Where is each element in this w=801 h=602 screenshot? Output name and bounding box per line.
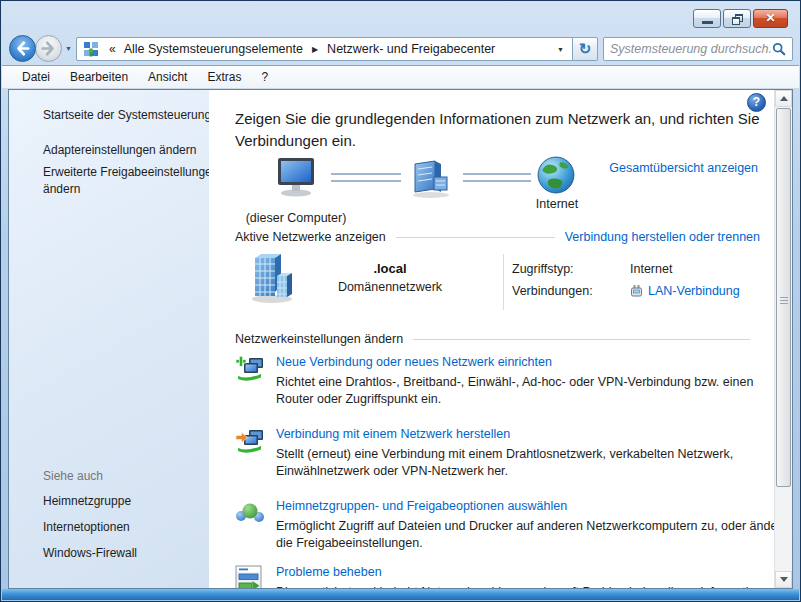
divider-line [413,339,750,340]
refresh-icon: ↻ [579,40,592,58]
new-connection-description: Richtet eine Drahtlos-, Breitband-, Einw… [276,374,774,408]
map-connection-line [463,173,531,182]
scrollbar-grip-icon [780,297,788,306]
close-icon: ✕ [765,10,775,27]
troubleshoot-link[interactable]: Probleme beheben [276,564,774,580]
window-controls: ✕ [693,9,788,28]
task-text: Heimnetzgruppen- und Freigabeoptionen au… [276,498,774,552]
divider-line [396,237,555,238]
sidebar: Startseite der Systemsteuerung Adapterei… [9,90,209,588]
connect-network-link[interactable]: Verbindung mit einem Netzwerk herstellen [276,426,774,442]
lan-connection-link[interactable]: LAN-Verbindung [648,284,740,298]
internet-globe-icon[interactable] [537,156,575,197]
network-map: (dieser Computer) Internet Gesamtübersic… [235,158,760,230]
sidebar-item-advanced-sharing-settings[interactable]: Erweiterte Freigabeeinstellungen ändern [43,164,219,198]
internet-label: Internet [518,197,596,211]
task-homegroup-options: Heimnetzgruppen- und Freigabeoptionen au… [235,498,760,552]
active-network-card: .local Domänennetzwerk Zugriffstyp: Inte… [235,252,760,314]
active-networks-header: Aktive Netzwerke anzeigen Verbindung her… [235,230,760,244]
minimize-icon [702,21,713,24]
network-settings-header: Netzwerkeinstellungen ändern [235,332,760,346]
access-type-label: Zugriffstyp: [512,262,630,276]
homegroup-options-description: Ermöglicht Zugriff auf Dateien und Druck… [276,518,774,552]
task-new-connection: Neue Verbindung oder neues Netzwerk einr… [235,354,760,408]
access-type-value: Internet [630,262,672,276]
this-computer-label: (dieser Computer) [221,211,371,225]
domain-network-icon[interactable] [249,252,295,307]
new-connection-icon[interactable] [235,354,269,408]
menu-bar: Datei Bearbeiten Ansicht Extras ? [2,65,799,89]
breadcrumb-separator-icon[interactable]: ▶ [306,45,324,54]
breadcrumb-item-control-panel[interactable]: Alle Systemsteuerungselemente [121,42,306,56]
page-title: Zeigen Sie die grundlegenden Information… [235,108,760,152]
restore-icon [732,14,743,23]
this-computer-icon[interactable] [275,158,319,201]
search-icon[interactable] [772,42,786,56]
menu-ansicht[interactable]: Ansicht [138,67,197,87]
help-icon: ? [753,95,760,109]
vertical-divider [503,254,504,310]
connect-disconnect-link[interactable]: Verbindung herstellen oder trennen [565,230,760,244]
task-text: Neue Verbindung oder neues Netzwerk einr… [276,354,774,408]
search-placeholder: Systemsteuerung durchsuch... [610,42,772,56]
network-settings-label: Netzwerkeinstellungen ändern [235,332,403,346]
network-type: Domänennetzwerk [305,278,475,296]
sidebar-item-homegroup[interactable]: Heimnetzgruppe [43,494,137,508]
forward-button[interactable] [35,35,62,62]
address-bar[interactable]: « Alle Systemsteuerungselemente ▶ Netzwe… [76,37,573,61]
title-bar[interactable]: ✕ [1,1,800,31]
network-name: .local [305,260,475,278]
network-details: Zugriffstyp: Internet Verbindungen: LAN-… [512,260,740,304]
address-dropdown-icon[interactable]: ▼ [557,46,564,53]
task-text: Verbindung mit einem Netzwerk herstellen… [276,426,774,480]
troubleshoot-icon[interactable] [235,564,269,588]
sidebar-item-control-panel-home[interactable]: Startseite der Systemsteuerung [43,108,209,122]
scroll-up-button[interactable] [775,90,792,107]
back-button[interactable] [9,35,36,62]
scroll-up-icon [780,92,788,101]
back-arrow-icon [11,37,34,60]
menu-hilfe[interactable]: ? [251,67,278,87]
menu-datei[interactable]: Datei [12,67,60,87]
menu-extras[interactable]: Extras [197,67,251,87]
vertical-scrollbar[interactable] [774,90,792,588]
see-also-group: Siehe auch Heimnetzgruppe Internetoption… [43,469,137,572]
sidebar-item-change-adapter-settings[interactable]: Adaptereinstellungen ändern [43,143,209,157]
task-troubleshoot: Probleme beheben Diagnostiziert und behe… [235,564,760,588]
breadcrumb-overflow-button[interactable]: « [109,42,116,56]
connect-network-description: Stellt (erneut) eine Verbindung mit eine… [276,446,774,480]
homegroup-options-link[interactable]: Heimnetzgruppen- und Freigabeoptionen au… [276,498,774,514]
troubleshoot-description: Diagnostiziert und behebt Netzwerkproble… [276,584,774,588]
active-networks-label: Aktive Netzwerke anzeigen [235,230,386,244]
task-text: Probleme beheben Diagnostiziert und behe… [276,564,774,588]
map-connection-line [331,173,401,182]
connect-network-icon[interactable] [235,426,269,480]
scrollbar-thumb[interactable] [776,108,791,487]
main-content: ? Zeigen Sie die grundlegenden Informati… [209,90,774,588]
network-name-block: .local Domänennetzwerk [305,260,475,296]
network-node-icon[interactable] [407,159,455,202]
help-button[interactable]: ? [747,93,766,112]
full-map-link[interactable]: Gesamtübersicht anzeigen [609,161,758,175]
refresh-button[interactable]: ↻ [573,37,598,61]
forward-arrow-icon [37,37,60,60]
minimize-button[interactable] [693,9,721,28]
new-connection-link[interactable]: Neue Verbindung oder neues Netzwerk einr… [276,354,774,370]
see-also-header: Siehe auch [43,469,137,483]
close-button[interactable]: ✕ [753,9,788,28]
sidebar-item-windows-firewall[interactable]: Windows-Firewall [43,546,137,560]
homegroup-icon[interactable] [235,498,269,552]
breadcrumb-item-network-center[interactable]: Netzwerk- und Freigabecenter [324,42,498,56]
restore-button[interactable] [723,9,751,28]
menu-bearbeiten[interactable]: Bearbeiten [60,67,138,87]
search-box[interactable]: Systemsteuerung durchsuch... [603,37,793,61]
explorer-window: ✕ ▼ « Alle Systemsteuerungselemente ▶ Ne… [0,0,801,602]
lan-connection-icon [630,284,643,298]
scrollbar-track[interactable] [775,107,792,571]
network-center-icon [83,41,99,57]
task-connect-network: Verbindung mit einem Netzwerk herstellen… [235,426,760,480]
scroll-down-button[interactable] [775,571,792,588]
recent-pages-dropdown[interactable]: ▼ [65,45,72,52]
window-body: Startseite der Systemsteuerung Adapterei… [8,89,793,589]
sidebar-item-internet-options[interactable]: Internetoptionen [43,520,137,534]
